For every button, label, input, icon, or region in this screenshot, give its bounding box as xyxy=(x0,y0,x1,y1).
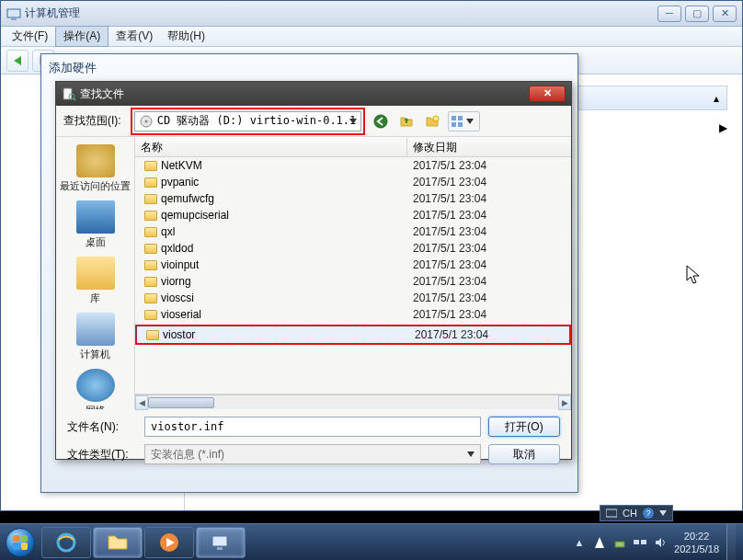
file-row[interactable]: qemufwcfg2017/5/1 23:04 xyxy=(135,190,571,207)
action-center-icon[interactable] xyxy=(593,536,606,549)
file-row[interactable]: qxldod2017/5/1 23:04 xyxy=(135,240,571,257)
file-date: 2017/5/1 23:04 xyxy=(407,258,571,271)
close-button[interactable]: ✕ xyxy=(713,6,737,22)
file-row[interactable]: vioinput2017/5/1 23:04 xyxy=(135,257,571,273)
go-back-button[interactable] xyxy=(371,111,391,131)
lookin-dropdown[interactable]: CD 驱动器 (D:) virtio-win-0.1.1 xyxy=(134,111,361,131)
file-row[interactable]: vioserial2017/5/1 23:04 xyxy=(135,306,571,323)
taskbar-media-player[interactable] xyxy=(144,527,194,558)
cd-drive-icon xyxy=(139,114,154,129)
menu-view[interactable]: 查看(V) xyxy=(109,27,160,46)
explorer-icon xyxy=(107,533,129,552)
help-icon[interactable]: ? xyxy=(643,508,654,519)
range-label: 查找范围(I): xyxy=(63,113,121,129)
file-row[interactable]: viostor2017/5/1 23:04 xyxy=(137,326,569,343)
safely-remove-icon[interactable] xyxy=(613,536,626,549)
filetype-label: 文件类型(T): xyxy=(67,447,137,463)
taskbar-explorer[interactable] xyxy=(93,527,143,558)
place-desktop[interactable]: 桌面 xyxy=(76,200,115,249)
file-name: viorng xyxy=(161,275,191,288)
volume-icon[interactable] xyxy=(654,536,667,549)
file-list[interactable]: NetKVM2017/5/1 23:04pvpanic2017/5/1 23:0… xyxy=(135,157,571,394)
menu-action[interactable]: 操作(A) xyxy=(55,26,109,47)
minimize-button[interactable]: ─ xyxy=(657,6,681,22)
file-name: NetKVM xyxy=(161,159,202,172)
file-open-footer: 文件名(N): 打开(O) 文件类型(T): 安装信息 (*.inf) 取消 xyxy=(56,409,571,472)
network-icon[interactable] xyxy=(634,536,646,549)
file-name: vioserial xyxy=(161,308,201,321)
filetype-dropdown[interactable]: 安装信息 (*.inf) xyxy=(144,444,481,464)
folder-icon xyxy=(144,293,157,303)
chevron-right-icon: ▶ xyxy=(719,121,727,134)
file-row[interactable]: qemupciserial2017/5/1 23:04 xyxy=(135,207,571,223)
menu-help[interactable]: 帮助(H) xyxy=(160,27,212,46)
file-row[interactable]: viorng2017/5/1 23:04 xyxy=(135,273,571,290)
svg-rect-0 xyxy=(7,9,20,17)
place-libraries[interactable]: 库 xyxy=(76,257,115,305)
file-name: vioscsi xyxy=(161,291,194,304)
file-row[interactable]: pvpanic2017/5/1 23:04 xyxy=(135,174,571,190)
places-bar: 最近访问的位置 桌面 库 计算机 网络 xyxy=(56,137,135,409)
chevron-down-icon xyxy=(467,451,474,457)
language-indicator[interactable]: CH ? xyxy=(600,505,673,521)
file-name: qxldod xyxy=(161,242,193,255)
filename-input[interactable] xyxy=(144,417,481,437)
mouse-cursor-icon xyxy=(686,265,704,287)
scroll-thumb[interactable] xyxy=(148,397,214,408)
collapse-icon[interactable]: ▴ xyxy=(714,92,719,105)
filename-label: 文件名(N): xyxy=(67,419,137,435)
ie-icon xyxy=(55,531,77,554)
start-button[interactable] xyxy=(0,524,40,561)
menu-file[interactable]: 文件(F) xyxy=(5,27,55,46)
views-button[interactable] xyxy=(448,111,480,131)
search-file-icon xyxy=(62,86,76,101)
svg-rect-11 xyxy=(452,122,456,127)
taskbar: ▲ 20:22 2021/5/18 xyxy=(0,523,743,560)
menu-bar: 文件(F) 操作(A) 查看(V) 帮助(H) xyxy=(1,27,742,47)
system-tray: ▲ 20:22 2021/5/18 xyxy=(566,524,743,561)
chevron-down-icon xyxy=(466,119,474,124)
maximize-button[interactable]: ▢ xyxy=(685,6,709,22)
file-row[interactable]: vioscsi2017/5/1 23:04 xyxy=(135,290,571,306)
show-hidden-icons[interactable]: ▲ xyxy=(573,536,586,549)
taskbar-device-manager[interactable] xyxy=(196,527,246,558)
taskbar-clock[interactable]: 20:22 2021/5/18 xyxy=(674,530,719,555)
place-computer[interactable]: 计算机 xyxy=(76,313,115,361)
outer-title-text: 计算机管理 xyxy=(25,6,657,21)
svg-rect-9 xyxy=(452,116,456,120)
file-date: 2017/5/1 23:04 xyxy=(409,328,569,341)
file-date: 2017/5/1 23:04 xyxy=(407,275,571,288)
selection-highlight-box: viostor2017/5/1 23:04 xyxy=(135,325,571,345)
file-name: viostor xyxy=(163,328,195,341)
scroll-left-button[interactable]: ◀ xyxy=(135,395,148,410)
scroll-right-button[interactable]: ▶ xyxy=(558,395,571,410)
file-name: pvpanic xyxy=(161,176,199,189)
cancel-button[interactable]: 取消 xyxy=(488,444,560,464)
file-name: vioinput xyxy=(161,258,199,271)
file-date: 2017/5/1 23:04 xyxy=(407,209,571,222)
open-button[interactable]: 打开(O) xyxy=(488,417,560,437)
place-recent[interactable]: 最近访问的位置 xyxy=(60,144,131,193)
column-date[interactable]: 修改日期 xyxy=(407,137,571,156)
place-computer-label: 计算机 xyxy=(76,348,115,361)
horizontal-scrollbar[interactable]: ◀ ▶ xyxy=(135,394,571,409)
column-name[interactable]: 名称 xyxy=(135,137,407,156)
taskbar-ie[interactable] xyxy=(41,527,91,558)
dialog-close-button[interactable]: ✕ xyxy=(529,86,566,102)
up-one-level-button[interactable] xyxy=(396,111,417,131)
svg-rect-12 xyxy=(458,122,463,127)
file-open-titlebar[interactable]: 查找文件 ✕ xyxy=(56,82,571,106)
chevron-down-icon xyxy=(659,510,667,516)
file-list-area: 名称 修改日期 NetKVM2017/5/1 23:04pvpanic2017/… xyxy=(135,137,571,409)
file-row[interactable]: qxl2017/5/1 23:04 xyxy=(135,223,571,240)
place-network[interactable]: 网络 xyxy=(76,369,115,409)
back-button[interactable] xyxy=(6,50,29,72)
svg-rect-1 xyxy=(11,18,17,20)
file-row[interactable]: NetKVM2017/5/1 23:04 xyxy=(135,157,571,174)
file-name: qemupciserial xyxy=(161,209,229,222)
show-desktop-button[interactable] xyxy=(726,524,736,561)
file-open-title: 查找文件 xyxy=(80,86,529,102)
outer-titlebar[interactable]: 计算机管理 ─ ▢ ✕ xyxy=(1,1,742,27)
file-list-header[interactable]: 名称 修改日期 xyxy=(135,137,571,157)
new-folder-button[interactable] xyxy=(422,111,442,131)
